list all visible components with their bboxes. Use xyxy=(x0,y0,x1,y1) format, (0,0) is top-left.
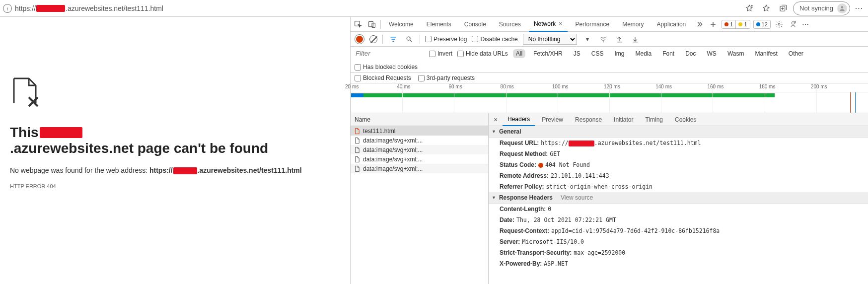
inspect-element-icon[interactable] xyxy=(353,19,363,30)
tab-application[interactable]: Application xyxy=(652,17,691,32)
clear-button[interactable] xyxy=(369,35,377,43)
filter-type-all[interactable]: All xyxy=(513,49,525,58)
detail-tab-headers[interactable]: Headers xyxy=(503,113,535,126)
filter-type-js[interactable]: JS xyxy=(571,49,583,58)
error-warning-badge[interactable]: 1 1 xyxy=(722,20,750,29)
preserve-log-checkbox[interactable]: Preserve log xyxy=(425,36,467,43)
wifi-icon[interactable] xyxy=(598,34,609,45)
device-toggle-icon[interactable] xyxy=(366,19,377,30)
search-icon[interactable] xyxy=(404,34,415,45)
tab-sources[interactable]: Sources xyxy=(494,17,526,32)
redacted-sub xyxy=(173,167,197,174)
blocked-cookies-checkbox[interactable]: Has blocked cookies xyxy=(355,64,418,71)
filter-type-img[interactable]: Img xyxy=(611,49,627,58)
section-general[interactable]: ▼General xyxy=(489,126,868,138)
filter-type-font[interactable]: Font xyxy=(659,49,677,58)
address-bar[interactable]: https:// .azurewebsites.net/test111.html xyxy=(15,4,163,12)
close-icon[interactable]: × xyxy=(559,20,563,27)
request-row[interactable]: data:image/svg+xml;... xyxy=(351,136,488,145)
url-prefix: https:// xyxy=(15,4,36,12)
kv-referrer-policy: Referrer Policy:strict-origin-when-cross… xyxy=(489,181,868,192)
svg-point-9 xyxy=(407,37,410,40)
devtools-more-icon[interactable]: ⋯ xyxy=(801,20,810,28)
kv-request-context: Request-Context:appId=cid-v1:975d4a79-7d… xyxy=(489,225,868,236)
detail-tab-timing[interactable]: Timing xyxy=(640,113,668,126)
gear-icon[interactable] xyxy=(774,19,785,30)
hide-data-urls-checkbox[interactable]: Hide data URLs xyxy=(457,50,508,57)
error-count: 1 xyxy=(730,21,733,27)
http-error-code: HTTP ERROR 404 xyxy=(10,183,340,189)
tab-memory[interactable]: Memory xyxy=(617,17,649,32)
redacted-title xyxy=(40,127,82,138)
more-menu-icon[interactable]: ··· xyxy=(853,4,865,13)
chk-label: Disable cache xyxy=(480,36,517,43)
detail-tab-initiator[interactable]: Initiator xyxy=(609,113,638,126)
kv-request-url: Request URL:https://.azurewebsites.net/t… xyxy=(489,138,868,148)
throttling-select[interactable]: No throttling xyxy=(523,34,577,45)
filter-type-doc[interactable]: Doc xyxy=(682,49,699,58)
tab-performance[interactable]: Performance xyxy=(571,17,615,32)
kv-remote-address: Remote Address:23.101.10.141:443 xyxy=(489,170,868,181)
favorite-icon[interactable] xyxy=(759,1,773,15)
filter-type-css[interactable]: CSS xyxy=(588,49,607,58)
disable-cache-checkbox[interactable]: Disable cache xyxy=(472,36,517,43)
favorite-sparkle-icon[interactable] xyxy=(742,1,756,15)
detail-tab-response[interactable]: Response xyxy=(570,113,607,126)
status-error-icon xyxy=(538,163,543,168)
warning-count: 1 xyxy=(744,21,747,27)
tab-welcome[interactable]: Welcome xyxy=(384,17,419,32)
svg-point-7 xyxy=(792,21,794,24)
request-name: data:image/svg+xml;... xyxy=(363,156,423,163)
third-party-checkbox[interactable]: 3rd-party requests xyxy=(418,74,475,81)
feedback-icon[interactable] xyxy=(788,19,798,30)
view-source-link[interactable]: View source xyxy=(561,194,593,201)
sub-text: No webpage was found for the web address… xyxy=(10,166,149,174)
network-conditions-caret-icon[interactable]: ▾ xyxy=(582,34,593,45)
filter-type-fetch[interactable]: Fetch/XHR xyxy=(530,49,566,58)
kv-x-powered-by: X-Powered-By:ASP.NET xyxy=(489,258,868,269)
file-icon xyxy=(354,146,361,153)
filter-type-ws[interactable]: WS xyxy=(704,49,720,58)
info-count: 12 xyxy=(762,21,768,27)
timeline-overview[interactable]: 20 ms40 ms60 ms80 ms100 ms120 ms140 ms16… xyxy=(351,83,868,113)
tab-network[interactable]: Network × xyxy=(529,17,568,32)
filter-input[interactable] xyxy=(355,49,424,59)
request-row[interactable]: data:image/svg+xml;... xyxy=(351,164,488,173)
site-info-icon[interactable]: i xyxy=(3,4,12,13)
download-har-icon[interactable] xyxy=(630,34,641,45)
close-detail-icon[interactable]: × xyxy=(491,116,501,124)
file-icon xyxy=(354,165,361,172)
tab-console[interactable]: Console xyxy=(459,17,491,32)
detail-tab-preview[interactable]: Preview xyxy=(537,113,568,126)
tab-label: Network xyxy=(534,20,556,27)
request-list-header[interactable]: Name xyxy=(351,113,488,126)
record-button[interactable] xyxy=(355,34,364,44)
filter-toggle-icon[interactable] xyxy=(388,34,399,45)
request-row[interactable]: data:image/svg+xml;... xyxy=(351,154,488,164)
upload-har-icon[interactable] xyxy=(614,34,625,45)
info-badge[interactable]: 12 xyxy=(753,20,771,29)
more-tabs-icon[interactable] xyxy=(694,19,705,30)
tab-elements[interactable]: Elements xyxy=(422,17,456,32)
chk-label: Blocked Requests xyxy=(363,74,411,81)
profile-sync-button[interactable]: Not syncing xyxy=(793,1,850,15)
filter-type-manifest[interactable]: Manifest xyxy=(752,49,780,58)
request-row[interactable]: data:image/svg+xml;... xyxy=(351,145,488,154)
section-response-headers[interactable]: ▼Response HeadersView source xyxy=(489,192,868,204)
add-tab-icon[interactable] xyxy=(708,19,719,30)
filter-type-media[interactable]: Media xyxy=(632,49,654,58)
request-list: Name test111.htmldata:image/svg+xml;...d… xyxy=(351,113,489,284)
detail-tab-cookies[interactable]: Cookies xyxy=(670,113,701,126)
filter-type-wasm[interactable]: Wasm xyxy=(724,49,747,58)
request-name: data:image/svg+xml;... xyxy=(363,146,423,153)
redacted-url xyxy=(569,141,594,146)
request-name: test111.html xyxy=(363,128,395,135)
invert-checkbox[interactable]: Invert xyxy=(429,50,452,57)
filter-type-other[interactable]: Other xyxy=(786,49,806,58)
collections-icon[interactable] xyxy=(776,1,790,15)
blocked-requests-checkbox[interactable]: Blocked Requests xyxy=(355,74,411,81)
timeline-tick: 40 ms xyxy=(402,83,454,92)
request-row[interactable]: test111.html xyxy=(351,126,488,136)
file-icon xyxy=(354,137,361,144)
avatar-icon xyxy=(837,3,847,13)
